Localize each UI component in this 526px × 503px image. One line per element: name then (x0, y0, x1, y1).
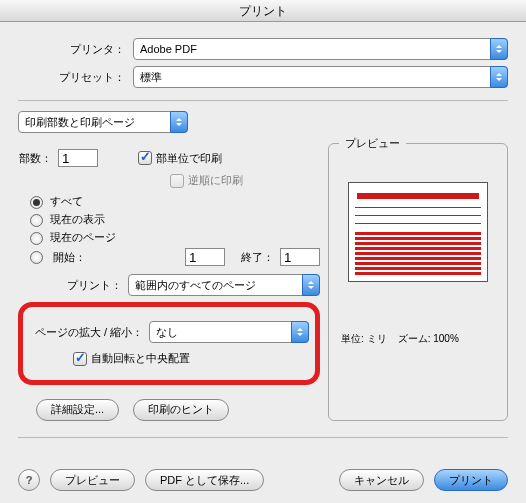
copies-label: 部数： (18, 151, 58, 166)
advanced-button[interactable]: 詳細設定... (36, 399, 119, 421)
radio-icon (30, 232, 43, 245)
page-thumbnail: 209.9 (348, 182, 488, 282)
save-pdf-button[interactable]: PDF として保存... (145, 469, 264, 491)
preview-panel: プレビュー 297 209.9 単位: ミリ ズーム: 100% (328, 143, 508, 421)
units-label: 単位: ミリ (341, 333, 387, 344)
copies-input[interactable] (58, 149, 98, 167)
radio-icon (30, 196, 43, 209)
range-from-input[interactable] (185, 248, 225, 266)
autorotate-checkbox[interactable]: 自動回転と中央配置 (73, 351, 190, 366)
range-all-radio[interactable]: すべて (30, 194, 320, 209)
range-all-label: すべて (50, 195, 83, 207)
checkbox-icon (170, 174, 184, 188)
checkbox-icon (73, 352, 87, 366)
chevron-updown-icon (490, 38, 508, 60)
help-button[interactable]: ? (18, 469, 40, 491)
preview-title: プレビュー (339, 136, 406, 151)
cancel-button[interactable]: キャンセル (339, 469, 424, 491)
hints-button[interactable]: 印刷のヒント (133, 399, 229, 421)
printwhat-select[interactable]: 範囲内のすべてのページ (128, 274, 320, 296)
highlight-annotation: ページの拡大 / 縮小： なし 自動回転と中央配置 (18, 302, 320, 385)
radio-icon (30, 251, 43, 264)
range-currentpage-radio[interactable]: 現在のページ (30, 230, 320, 245)
zoom-label: ズーム: 100% (398, 333, 459, 344)
printwhat-value: 範囲内のすべてのページ (135, 278, 256, 293)
range-to-label: 終了： (241, 250, 274, 265)
window-title: プリント (0, 0, 526, 22)
radio-icon (30, 214, 43, 227)
reverse-label: 逆順に印刷 (188, 173, 243, 188)
printer-select[interactable]: Adobe PDF (133, 38, 508, 60)
range-from-label: 開始： (53, 250, 86, 265)
collate-checkbox[interactable]: 部単位で印刷 (138, 151, 222, 166)
chevron-updown-icon (170, 111, 188, 133)
range-fromto-radio[interactable]: 開始： 終了： (30, 248, 320, 266)
chevron-updown-icon (490, 66, 508, 88)
scaling-value: なし (156, 325, 178, 340)
chevron-updown-icon (302, 274, 320, 296)
preview-button[interactable]: プレビュー (50, 469, 135, 491)
section-value: 印刷部数と印刷ページ (25, 115, 135, 130)
chevron-updown-icon (291, 321, 309, 343)
collate-label: 部単位で印刷 (156, 151, 222, 166)
printer-value: Adobe PDF (140, 43, 197, 55)
reverse-checkbox[interactable]: 逆順に印刷 (170, 173, 243, 188)
autorotate-label: 自動回転と中央配置 (91, 351, 190, 366)
range-currentpage-label: 現在のページ (50, 231, 116, 243)
printer-label: プリンタ： (18, 42, 133, 57)
range-to-input[interactable] (280, 248, 320, 266)
checkbox-icon (138, 151, 152, 165)
section-select[interactable]: 印刷部数と印刷ページ (18, 111, 188, 133)
scaling-label: ページの拡大 / 縮小： (29, 325, 149, 340)
print-button[interactable]: プリント (434, 469, 508, 491)
preset-value: 標準 (140, 70, 162, 85)
scaling-select[interactable]: なし (149, 321, 309, 343)
range-currentview-radio[interactable]: 現在の表示 (30, 212, 320, 227)
range-currentview-label: 現在の表示 (50, 213, 105, 225)
preset-select[interactable]: 標準 (133, 66, 508, 88)
printwhat-label: プリント： (18, 278, 128, 293)
preset-label: プリセット： (18, 70, 133, 85)
